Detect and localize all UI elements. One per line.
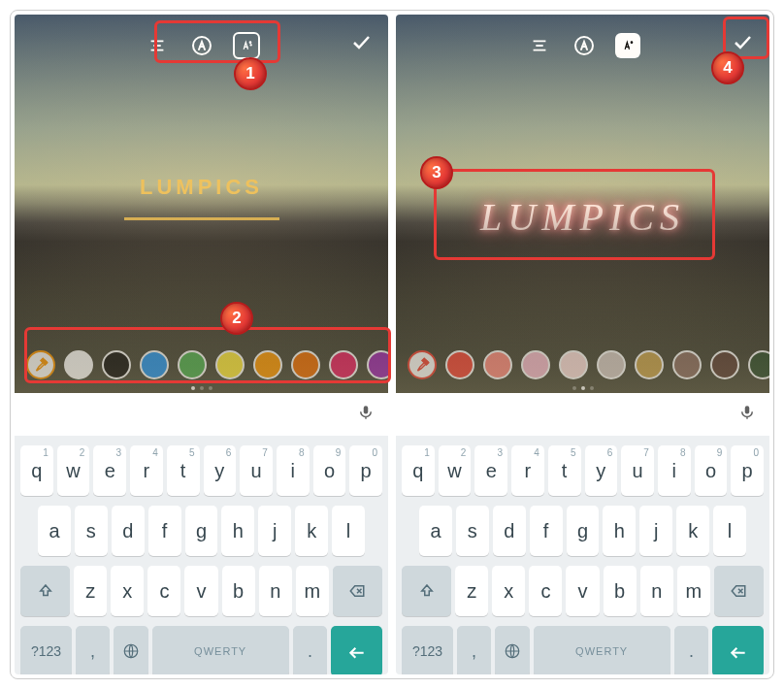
key-w[interactable]: w2 <box>439 445 472 496</box>
key-o[interactable]: o9 <box>313 445 346 496</box>
shift-key[interactable] <box>20 566 70 616</box>
color-swatch[interactable] <box>521 350 550 379</box>
key-y[interactable]: y6 <box>204 445 237 496</box>
key-n[interactable]: n <box>640 566 673 616</box>
key-l[interactable]: l <box>332 506 365 556</box>
period-key[interactable]: . <box>674 626 708 674</box>
key-k[interactable]: k <box>295 506 328 556</box>
key-n[interactable]: n <box>259 566 292 616</box>
key-s[interactable]: s <box>75 506 108 556</box>
key-v[interactable]: v <box>184 566 217 616</box>
key-x[interactable]: x <box>111 566 144 616</box>
shift-key[interactable] <box>402 566 451 616</box>
color-swatch[interactable] <box>367 350 388 379</box>
key-h[interactable]: h <box>221 506 254 556</box>
color-swatch[interactable] <box>635 350 664 379</box>
key-a[interactable]: a <box>419 506 452 556</box>
text-effect-icon[interactable] <box>233 32 260 59</box>
key-i[interactable]: i8 <box>658 445 691 496</box>
color-swatch[interactable] <box>559 350 588 379</box>
key-v[interactable]: v <box>566 566 599 616</box>
key-u[interactable]: u7 <box>240 445 273 496</box>
enter-key[interactable] <box>712 626 764 674</box>
color-swatch[interactable] <box>445 350 474 379</box>
align-icon[interactable] <box>144 32 171 59</box>
key-x[interactable]: x <box>492 566 525 616</box>
period-key[interactable]: . <box>293 626 327 674</box>
key-d[interactable]: d <box>493 506 526 556</box>
text-overlay[interactable]: LUMPICS <box>124 175 279 220</box>
comma-key[interactable]: , <box>457 626 491 674</box>
symbols-key[interactable]: ?123 <box>20 626 72 674</box>
confirm-button[interactable] <box>729 28 756 55</box>
backspace-key[interactable] <box>714 566 764 616</box>
key-e[interactable]: e3 <box>474 445 507 496</box>
key-i[interactable]: i8 <box>277 445 310 496</box>
color-swatch[interactable] <box>483 350 512 379</box>
color-swatch[interactable] <box>291 350 320 379</box>
key-y[interactable]: y6 <box>585 445 618 496</box>
key-g[interactable]: g <box>185 506 218 556</box>
text-effect-icon[interactable] <box>615 33 640 58</box>
key-u[interactable]: u7 <box>621 445 654 496</box>
text-overlay[interactable]: LUMPICS <box>480 194 685 240</box>
confirm-button[interactable] <box>347 28 375 55</box>
key-q[interactable]: q1 <box>402 445 435 496</box>
key-p[interactable]: p0 <box>349 445 382 496</box>
eyedropper-icon[interactable] <box>26 350 55 379</box>
story-canvas[interactable]: LUMPICS <box>15 15 388 393</box>
color-swatch[interactable] <box>64 350 93 379</box>
color-swatch[interactable] <box>215 350 245 379</box>
symbols-key[interactable]: ?123 <box>402 626 453 674</box>
color-swatch[interactable] <box>329 350 358 379</box>
key-k[interactable]: k <box>676 506 709 556</box>
key-l[interactable]: l <box>713 506 746 556</box>
key-s[interactable]: s <box>456 506 489 556</box>
color-swatch[interactable] <box>102 350 131 379</box>
color-swatch[interactable] <box>710 350 739 379</box>
eyedropper-icon[interactable] <box>408 350 437 379</box>
key-c[interactable]: c <box>147 566 180 616</box>
key-e[interactable]: e3 <box>93 445 126 496</box>
key-d[interactable]: d <box>112 506 145 556</box>
key-c[interactable]: c <box>529 566 562 616</box>
key-r[interactable]: r4 <box>511 445 544 496</box>
key-a[interactable]: a <box>38 506 71 556</box>
key-w[interactable]: w2 <box>57 445 90 496</box>
key-z[interactable]: z <box>455 566 488 616</box>
font-style-icon[interactable] <box>571 32 598 59</box>
font-style-icon[interactable] <box>188 32 215 59</box>
key-f[interactable]: f <box>148 506 181 556</box>
color-swatch[interactable] <box>748 350 769 379</box>
mic-icon[interactable] <box>357 404 375 425</box>
globe-icon[interactable] <box>495 626 529 674</box>
spacebar[interactable]: QWERTY <box>152 626 289 674</box>
key-g[interactable]: g <box>567 506 600 556</box>
key-o[interactable]: o9 <box>695 445 728 496</box>
color-swatch[interactable] <box>672 350 702 379</box>
color-swatch[interactable] <box>253 350 282 379</box>
key-j[interactable]: j <box>258 506 291 556</box>
mic-icon[interactable] <box>738 404 756 425</box>
spacebar[interactable]: QWERTY <box>534 626 670 674</box>
key-h[interactable]: h <box>603 506 636 556</box>
key-z[interactable]: z <box>74 566 107 616</box>
key-j[interactable]: j <box>639 506 672 556</box>
key-f[interactable]: f <box>530 506 563 556</box>
key-r[interactable]: r4 <box>130 445 163 496</box>
align-icon[interactable] <box>526 32 553 59</box>
key-t[interactable]: t5 <box>167 445 200 496</box>
globe-icon[interactable] <box>114 626 147 674</box>
key-m[interactable]: m <box>677 566 710 616</box>
key-m[interactable]: m <box>296 566 329 616</box>
key-t[interactable]: t5 <box>548 445 581 496</box>
color-swatch[interactable] <box>597 350 626 379</box>
key-b[interactable]: b <box>222 566 255 616</box>
key-q[interactable]: q1 <box>20 445 53 496</box>
comma-key[interactable]: , <box>76 626 110 674</box>
enter-key[interactable] <box>331 626 382 674</box>
color-swatch[interactable] <box>140 350 169 379</box>
color-swatch[interactable] <box>178 350 207 379</box>
backspace-key[interactable] <box>333 566 382 616</box>
key-p[interactable]: p0 <box>731 445 764 496</box>
